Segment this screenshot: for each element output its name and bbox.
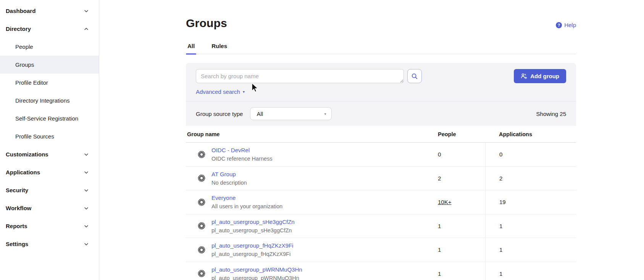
sidebar-subitem-label: Groups [15,61,34,68]
tab-all[interactable]: All [186,43,196,54]
sidebar-section-label: Dashboard [6,8,36,14]
sidebar-section-label: Security [6,187,28,193]
sidebar-section-label: Applications [6,169,40,175]
group-icon [197,150,206,159]
select-caret-icon: ▾ [324,112,326,116]
group-icon [197,245,206,254]
sidebar: Dashboard Directory People Groups Profil… [0,0,99,280]
sidebar-item-groups[interactable]: Groups [0,56,99,74]
applications-count: 1 [499,270,502,277]
group-name-link[interactable]: OIDC - DevRel [211,147,250,153]
tab-bar: All Rules [186,43,576,54]
showing-count: Showing 25 [536,111,566,117]
people-count[interactable]: 10K+ [438,199,451,205]
people-count: 1 [438,270,441,277]
search-icon [411,73,418,80]
add-group-button[interactable]: Add group [514,69,566,83]
group-icon [197,174,206,183]
chevron-down-icon [84,206,89,211]
sidebar-item-reports[interactable]: Reports [0,217,99,235]
group-icon [197,221,206,230]
tab-rules[interactable]: Rules [210,43,229,54]
chevron-down-icon [84,152,89,157]
chevron-down-icon [84,170,89,175]
applications-count: 1 [499,246,502,253]
sidebar-item-applications[interactable]: Applications [0,163,99,181]
sidebar-section-label: Settings [6,241,28,247]
sidebar-item-directory[interactable]: Directory [0,20,99,38]
app-window: Dashboard Directory People Groups Profil… [0,0,644,280]
sidebar-item-security[interactable]: Security [0,181,99,199]
sidebar-item-profile-editor[interactable]: Profile Editor [0,74,99,92]
advanced-search-label: Advanced search [196,89,240,95]
add-group-icon [521,73,527,79]
people-count: 0 [438,151,441,158]
group-description: pl_auto_usergroup_fHqZKzX9Fi [211,251,293,257]
chevron-down-icon [84,241,89,247]
sidebar-section-label: Customizations [6,151,48,158]
column-header-applications[interactable]: Applications [485,131,576,137]
group-name-link[interactable]: Everyone [211,195,236,201]
applications-count: 2 [499,175,502,182]
sidebar-item-people[interactable]: People [0,38,99,56]
applications-count: 19 [499,199,506,205]
table-row: pl_auto_usergroup_pWRNMuQ3Hn pl_auto_use… [186,262,576,280]
column-header-group-name[interactable]: Group name [186,131,438,137]
advanced-search-link[interactable]: Advanced search ▾ [196,89,245,95]
group-description: pl_auto_usergroup_pWRNMuQ3Hn [211,275,302,280]
sidebar-item-workflow[interactable]: Workflow [0,199,99,217]
advanced-search-caret-icon: ▾ [243,90,245,94]
page-title: Groups [186,17,576,30]
sidebar-item-customizations[interactable]: Customizations [0,145,99,163]
table-row: pl_auto_usergroup_sHe3ggCfZn pl_auto_use… [186,214,576,238]
sidebar-subitem-label: Profile Editor [15,79,48,86]
table-body: OIDC - DevRel OIDC reference Harness 0 0… [186,143,576,280]
sidebar-item-settings[interactable]: Settings [0,235,99,253]
sidebar-item-self-service-registration[interactable]: Self-Service Registration [0,109,99,127]
group-description: No description [211,180,247,186]
column-header-people[interactable]: People [438,131,485,137]
chevron-down-icon [84,26,89,32]
group-description: pl_auto_usergroup_sHe3ggCfZn [211,227,295,233]
people-count: 1 [438,223,441,229]
search-button[interactable] [407,69,422,83]
sidebar-section-label: Reports [6,223,27,229]
table-row: OIDC - DevRel OIDC reference Harness 0 0 [186,143,576,167]
group-source-type-label: Group source type [196,111,243,117]
sidebar-section-label: Directory [6,26,31,32]
filter-panel: Add group Advanced search ▾ Group source… [186,63,576,126]
tab-label: Rules [211,43,227,49]
groups-table: Group name People Applications OIDC - De… [186,126,576,280]
group-source-type-value: All [257,111,263,117]
group-name-link[interactable]: AT Group [211,171,236,177]
sidebar-item-dashboard[interactable]: Dashboard [0,2,99,20]
group-icon [197,198,206,207]
sidebar-subitem-label: Self-Service Registration [15,115,78,122]
chevron-down-icon [84,8,89,14]
sidebar-subitem-label: Profile Sources [15,133,54,140]
chevron-down-icon [84,188,89,193]
group-name-link[interactable]: pl_auto_usergroup_pWRNMuQ3Hn [211,266,302,273]
group-description: All users in your organization [211,203,282,209]
applications-count: 0 [499,151,502,158]
group-source-type-select[interactable]: All ▾ [250,107,332,120]
group-description: OIDC reference Harness [211,156,273,162]
sidebar-subitem-label: People [15,43,33,50]
group-name-link[interactable]: pl_auto_usergroup_sHe3ggCfZn [211,219,295,225]
table-row: Everyone All users in your organization … [186,190,576,214]
people-count: 1 [438,246,441,253]
group-icon [197,269,206,278]
group-name-link[interactable]: pl_auto_usergroup_fHqZKzX9Fi [211,242,293,249]
applications-count: 1 [499,223,502,229]
add-group-label: Add group [530,73,559,79]
chevron-down-icon [84,224,89,229]
table-row: pl_auto_usergroup_fHqZKzX9Fi pl_auto_use… [186,238,576,262]
main-content: ? Help Groups All Rules [99,0,644,280]
table-row: AT Group No description 2 2 [186,167,576,191]
sidebar-item-directory-integrations[interactable]: Directory Integrations [0,92,99,109]
sidebar-item-profile-sources[interactable]: Profile Sources [0,127,99,145]
sidebar-section-label: Workflow [6,205,31,211]
sidebar-subitem-label: Directory Integrations [15,97,70,104]
search-input[interactable] [196,69,404,83]
people-count: 2 [438,175,441,182]
